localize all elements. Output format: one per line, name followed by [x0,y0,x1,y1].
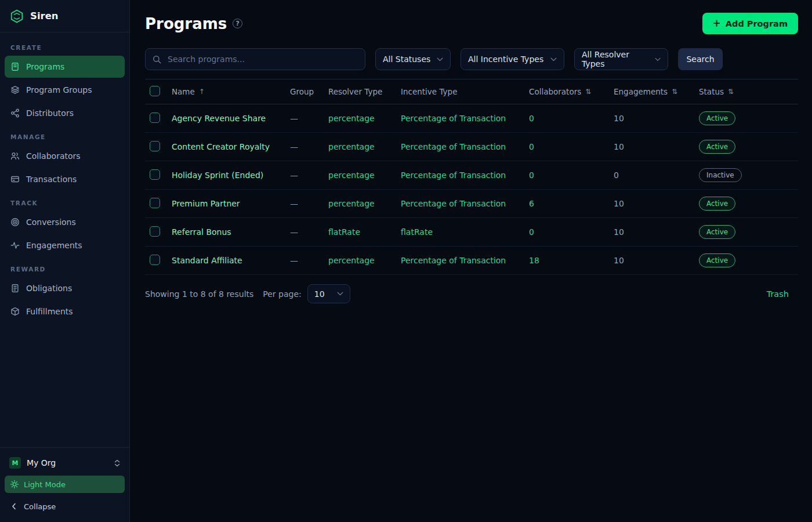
status-badge: Inactive [699,168,742,182]
sidebar-item-transactions[interactable]: Transactions [5,168,125,190]
per-page-value: 10 [314,289,325,299]
program-name-link[interactable]: Holiday Sprint (Ended) [172,171,263,180]
group-cell: — [290,114,328,123]
chevron-down-icon [337,292,343,296]
column-label: Collaborators [529,87,581,96]
search-button[interactable]: Search [678,48,723,70]
section-label-track: TRACK [10,200,119,206]
incentive-type-cell: Percentage of Transaction [401,171,529,180]
status-badge: Active [699,197,735,211]
theme-toggle-label: Light Mode [24,480,66,489]
row-checkbox[interactable] [150,255,160,265]
engagements-cell: 10 [614,227,699,237]
per-page-select[interactable]: 10 [307,284,350,303]
sidebar-item-obligations[interactable]: Obligations [5,277,125,299]
row-checkbox[interactable] [150,113,160,123]
resolver-type-cell: percentage [328,256,401,265]
hexagon-logo-icon [9,9,24,24]
chevron-down-icon [655,57,661,61]
program-name-link[interactable]: Agency Revenue Share [172,114,266,123]
layers-icon [10,85,20,95]
trash-link[interactable]: Trash [767,289,789,299]
section-label-reward: REWARD [10,266,119,273]
engagements-cell: 10 [614,256,699,265]
incentive-type-cell: Percentage of Transaction [401,256,529,265]
table-row: Agency Revenue Share — percentage Percen… [145,104,798,133]
collaborators-count-link[interactable]: 18 [529,256,539,265]
sidebar-item-conversions[interactable]: Conversions [5,211,125,233]
status-badge: Active [699,253,735,267]
org-switcher[interactable]: M My Org [5,454,125,472]
sidebar-item-label: Conversions [26,217,76,227]
add-program-button[interactable]: + Add Program [702,13,798,34]
collaborators-count-link[interactable]: 0 [529,114,534,123]
column-label: Incentive Type [401,87,457,96]
results-summary: Showing 1 to 8 of 8 results [145,289,253,299]
incentive-type-cell: Percentage of Transaction [401,142,529,151]
theme-toggle-button[interactable]: Light Mode [5,476,125,493]
credit-card-icon [10,175,20,184]
network-icon [10,108,20,118]
app-logo[interactable]: Siren [0,0,129,32]
plus-icon: + [713,19,721,28]
sidebar-item-label: Programs [26,62,64,71]
group-cell: — [290,256,328,265]
program-name-link[interactable]: Standard Affiliate [172,256,242,265]
collapse-button[interactable]: Collapse [5,498,125,515]
sidebar-item-collaborators[interactable]: Collaborators [5,145,125,167]
help-icon[interactable]: ? [233,19,242,28]
table-row: Content Creator Royalty — percentage Per… [145,133,798,161]
chevron-left-icon [12,503,16,510]
column-header-resolver-type: Resolver Type [328,87,401,96]
sidebar-item-label: Distributors [26,108,74,118]
app-name: Siren [30,10,59,21]
group-cell: — [290,199,328,208]
select-all-checkbox[interactable] [150,86,160,96]
package-icon [10,307,20,316]
collaborators-count-link[interactable]: 0 [529,171,534,180]
row-checkbox[interactable] [150,226,160,237]
row-checkbox[interactable] [150,198,160,208]
sidebar-item-label: Program Groups [26,85,92,95]
status-filter-select[interactable]: All Statuses [375,48,451,70]
row-checkbox[interactable] [150,169,160,180]
resolver-type-filter-select[interactable]: All Resolver Types [574,48,668,70]
status-badge: Active [699,140,735,154]
incentive-type-cell: Percentage of Transaction [401,114,529,123]
main-content: Programs ? + Add Program All Statuses Al… [130,0,812,522]
resolver-filter-value: All Resolver Types [582,50,649,68]
page-title: Programs [145,15,227,32]
column-header-collaborators[interactable]: Collaborators ⇅ [529,87,614,96]
row-checkbox[interactable] [150,141,160,151]
program-name-link[interactable]: Premium Partner [172,199,240,208]
sidebar-item-fulfillments[interactable]: Fulfillments [5,300,125,322]
status-badge: Active [699,111,735,125]
per-page-label: Per page: [263,289,301,299]
collaborators-count-link[interactable]: 6 [529,199,534,208]
sidebar-item-program-groups[interactable]: Program Groups [5,79,125,101]
sidebar-nav: CREATE Programs Program Groups Distribut [0,32,129,324]
sort-both-icon: ⇅ [672,88,677,96]
sort-both-icon: ⇅ [728,88,734,96]
column-label: Resolver Type [328,87,382,96]
column-header-name[interactable]: Name ↑ [172,87,290,96]
sidebar-item-programs[interactable]: Programs [5,56,125,78]
collaborators-count-link[interactable]: 0 [529,142,534,151]
engagements-cell: 10 [614,142,699,151]
program-name-link[interactable]: Content Creator Royalty [172,142,270,151]
target-icon [10,217,20,227]
sidebar-item-engagements[interactable]: Engagements [5,234,125,256]
group-cell: — [290,227,328,237]
incentive-type-filter-select[interactable]: All Incentive Types [461,48,564,70]
program-name-link[interactable]: Referral Bonus [172,227,231,237]
org-name: My Org [27,458,108,467]
sidebar-item-distributors[interactable]: Distributors [5,102,125,124]
status-badge: Active [699,225,735,239]
chevron-updown-icon [114,459,120,467]
programs-table: Name ↑ Group Resolver Type Incentive Typ… [145,79,798,275]
column-header-incentive-type: Incentive Type [401,87,529,96]
collaborators-count-link[interactable]: 0 [529,227,534,237]
column-header-engagements[interactable]: Engagements ⇅ [614,87,699,96]
column-header-status[interactable]: Status ⇅ [699,87,798,96]
search-input[interactable] [166,54,358,64]
